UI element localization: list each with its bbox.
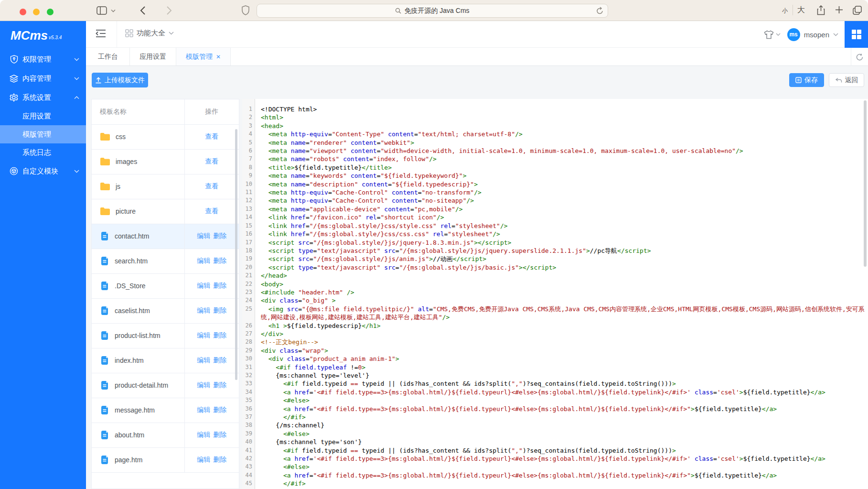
edit-link[interactable]: 编辑 (197, 282, 210, 289)
edit-link[interactable]: 编辑 (197, 356, 210, 364)
table-row-page.htm[interactable]: page.htm编辑删除 (92, 447, 239, 472)
line-number: 8 (242, 163, 255, 172)
view-link[interactable]: 查看 (205, 207, 218, 215)
table-row-css[interactable]: css查看 (92, 124, 239, 149)
delete-link[interactable]: 删除 (213, 381, 226, 389)
code-line-42: 42 <a href='<#if field.type==3>{ms:globa… (242, 455, 865, 463)
file-name: caselist.htm (115, 307, 150, 315)
edit-link[interactable]: 编辑 (197, 331, 210, 339)
view-link[interactable]: 查看 (205, 182, 218, 190)
table-row-images[interactable]: images查看 (92, 149, 239, 174)
delete-link[interactable]: 删除 (213, 431, 226, 438)
code-text: <div class="o_big" > (255, 296, 865, 304)
new-tab-icon[interactable] (835, 6, 843, 14)
browser-sidebar-toggle-icon[interactable] (96, 6, 107, 15)
table-row-message.htm[interactable]: message.htm编辑删除 (92, 398, 239, 423)
file-panel-scrollbar[interactable] (235, 129, 237, 380)
code-text: <#else> (255, 430, 865, 438)
back-button[interactable] (140, 6, 146, 15)
edit-link[interactable]: 编辑 (197, 232, 210, 239)
code-text: <a href='<#if field.type==3>{ms:global.h… (255, 388, 865, 396)
sidebar-subitem-2-0[interactable]: 应用设置 (0, 107, 86, 125)
edit-link[interactable]: 编辑 (197, 257, 210, 264)
privacy-shield-icon[interactable] (242, 5, 249, 15)
tab-overview-icon[interactable] (853, 6, 862, 15)
tab-2[interactable]: 模版管理✕ (176, 48, 231, 65)
app-window: 免疫开源的 Java Cms 小 大 MCms v5.3.4 权限管理内容管理系… (0, 0, 868, 489)
reload-icon[interactable] (596, 7, 603, 15)
sidebar-subitem-2-2[interactable]: 系统日志 (0, 143, 86, 162)
sidebar-item-0[interactable]: 权限管理 (0, 50, 86, 69)
folder-icon (100, 132, 110, 141)
table-row-.DS_Store[interactable]: .DS_Store编辑删除 (92, 273, 239, 298)
line-number: 10 (242, 180, 255, 188)
window-minimize-button[interactable] (33, 9, 40, 15)
code-line-35: 35 <#else> (242, 396, 865, 404)
tab-refresh-button[interactable] (851, 48, 868, 66)
edit-link[interactable]: 编辑 (197, 431, 210, 438)
view-link[interactable]: 查看 (205, 132, 218, 140)
window-zoom-button[interactable] (47, 9, 54, 15)
tab-label: 模版管理 (186, 53, 213, 61)
tab-0[interactable]: 工作台 (86, 48, 130, 65)
tab-label: 应用设置 (139, 53, 166, 61)
delete-link[interactable]: 删除 (213, 257, 226, 264)
editor-scrollbar[interactable] (864, 100, 867, 267)
table-row-product-detail.htm[interactable]: product-detail.htm编辑删除 (92, 373, 239, 398)
tab-1[interactable]: 应用设置 (130, 48, 176, 65)
save-button[interactable]: 保存 (789, 73, 824, 87)
sidebar-item-3[interactable]: 自定义模块 (0, 162, 86, 181)
delete-link[interactable]: 删除 (213, 406, 226, 413)
app-logo[interactable]: MCms v5.3.4 (0, 21, 86, 50)
code-line-43: 43 <#else> (242, 463, 865, 471)
code-editor[interactable]: 1<!DOCTYPE html>2<html>3<head>4 <meta ht… (242, 99, 868, 489)
sidebar-subitem-2-1[interactable]: 模版管理 (0, 125, 86, 143)
delete-link[interactable]: 删除 (213, 306, 226, 314)
row-actions: 编辑删除 (184, 348, 239, 373)
table-row-search.htm[interactable]: search.htm编辑删除 (92, 249, 239, 273)
table-row-index.htm[interactable]: index.htm编辑删除 (92, 348, 239, 373)
code-text: <html> (255, 113, 865, 121)
table-row-product-list.htm[interactable]: product-list.htm编辑删除 (92, 323, 239, 348)
row-actions: 编辑删除 (184, 249, 239, 273)
edit-link[interactable]: 编辑 (197, 306, 210, 314)
forward-button[interactable] (166, 6, 172, 15)
window-close-button[interactable] (20, 9, 26, 15)
table-row-js[interactable]: js查看 (92, 174, 239, 199)
text-smaller-button[interactable]: 小 (782, 7, 788, 15)
delete-link[interactable]: 删除 (213, 356, 226, 364)
upload-template-button[interactable]: 上传模板文件 (92, 73, 148, 87)
back-button[interactable]: 返回 (829, 73, 864, 87)
file-icon (100, 256, 109, 266)
delete-link[interactable]: 删除 (213, 331, 226, 339)
share-icon[interactable] (817, 5, 825, 15)
code-text: <a href="<#if field.type==3>{ms:global.h… (255, 471, 865, 479)
delete-link[interactable]: 删除 (213, 456, 226, 463)
edit-link[interactable]: 编辑 (197, 381, 210, 389)
delete-link[interactable]: 删除 (213, 282, 226, 289)
table-row-caselist.htm[interactable]: caselist.htm编辑删除 (92, 298, 239, 323)
function-menu[interactable]: 功能大全 (125, 29, 174, 38)
table-row-contact.htm[interactable]: contact.htm编辑删除 (92, 224, 239, 249)
menu-fold-icon[interactable] (96, 29, 106, 40)
address-bar[interactable]: 免疫开源的 Java Cms (257, 4, 608, 18)
module-icon (10, 167, 18, 175)
theme-switcher[interactable] (764, 30, 781, 39)
tab-close-icon[interactable]: ✕ (216, 54, 221, 60)
line-number: 15 (242, 222, 255, 230)
edit-link[interactable]: 编辑 (197, 406, 210, 413)
sidebar-item-2[interactable]: 系统设置 (0, 88, 86, 107)
line-number: 1 (242, 105, 255, 113)
view-link[interactable]: 查看 (205, 157, 218, 165)
table-row-about.htm[interactable]: about.htm编辑删除 (92, 423, 239, 447)
edit-link[interactable]: 编辑 (197, 456, 210, 463)
line-number: 41 (242, 446, 255, 455)
text-larger-button[interactable]: 大 (797, 5, 805, 15)
table-row-picture[interactable]: picture查看 (92, 199, 239, 224)
delete-link[interactable]: 删除 (213, 232, 226, 239)
user-menu[interactable]: ms msopen (787, 28, 838, 41)
apps-launcher-button[interactable] (845, 21, 868, 48)
sidebar-item-1[interactable]: 内容管理 (0, 69, 86, 88)
code-text: <meta http-equiv="Content-Type" content=… (255, 130, 865, 138)
sidebar-chevron-icon[interactable] (111, 9, 116, 12)
